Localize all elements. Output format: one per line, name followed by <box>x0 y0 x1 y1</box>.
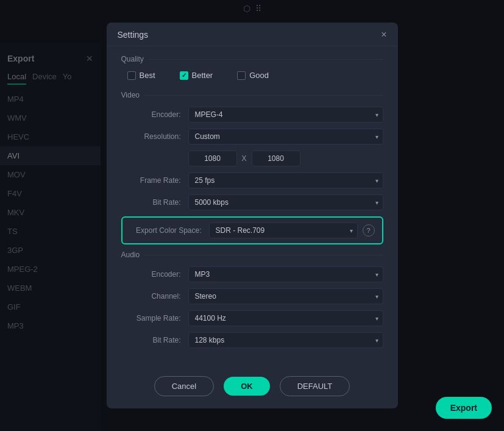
sample-rate-label: Sample Rate: <box>121 314 188 322</box>
video-bit-rate-row: Bit Rate: 1000 kbps 3000 kbps 5000 kbps … <box>121 194 383 210</box>
video-section-label: Video <box>121 91 383 99</box>
channel-select[interactable]: Stereo Mono <box>188 288 383 304</box>
export-color-space-help-icon[interactable]: ? <box>363 224 375 237</box>
quality-good-checkbox[interactable] <box>237 71 246 80</box>
audio-section: Audio Encoder: MP3 AAC WAV FLAC ▾ <box>121 251 383 348</box>
quality-best-label: Best <box>140 71 155 80</box>
quality-row: Best Better Good <box>121 71 383 80</box>
export-color-space-label: Export Color Space: <box>130 226 209 235</box>
quality-better-label: Better <box>192 71 213 80</box>
frame-rate-label: Frame Rate: <box>121 176 188 185</box>
sample-rate-wrapper: 44100 Hz 48000 Hz 22050 Hz ▾ <box>188 310 383 326</box>
channel-row: Channel: Stereo Mono ▾ <box>121 288 383 304</box>
video-bit-rate-label: Bit Rate: <box>121 198 188 207</box>
resolution-row: Resolution: Custom 1920x1080 1280x720 38… <box>121 129 383 144</box>
quality-section-label: Quality <box>121 55 383 63</box>
export-color-space-row: Export Color Space: SDR - Rec.709 HDR - … <box>121 216 383 244</box>
modal-body: Quality Best Better Good Video E <box>107 46 398 366</box>
encoder-wrapper: MPEG-4 H.264 H.265 ProRes ▾ <box>188 107 383 123</box>
sample-rate-select[interactable]: 44100 Hz 48000 Hz 22050 Hz <box>188 310 383 326</box>
export-button[interactable]: Export <box>436 397 492 419</box>
quality-good-label: Good <box>249 71 269 80</box>
resolution-select[interactable]: Custom 1920x1080 1280x720 3840x2160 <box>188 129 383 144</box>
quality-good-option[interactable]: Good <box>237 71 269 80</box>
resolution-width-input[interactable] <box>188 151 237 166</box>
channel-wrapper: Stereo Mono ▾ <box>188 288 383 304</box>
quality-better-option[interactable]: Better <box>180 71 213 80</box>
encoder-select[interactable]: MPEG-4 H.264 H.265 ProRes <box>188 107 383 123</box>
audio-bit-rate-wrapper: 128 kbps 192 kbps 256 kbps 320 kbps ▾ <box>188 332 383 348</box>
resolution-dimensions-row: X <box>121 151 383 166</box>
settings-modal: Settings × Quality Best Better Good <box>107 23 398 408</box>
audio-section-label: Audio <box>121 251 383 259</box>
encoder-row: Encoder: MPEG-4 H.264 H.265 ProRes ▾ <box>121 107 383 123</box>
audio-encoder-label: Encoder: <box>121 270 188 279</box>
audio-encoder-select[interactable]: MP3 AAC WAV FLAC <box>188 266 383 282</box>
audio-bit-rate-row: Bit Rate: 128 kbps 192 kbps 256 kbps 320… <box>121 332 383 348</box>
audio-encoder-row: Encoder: MP3 AAC WAV FLAC ▾ <box>121 266 383 282</box>
modal-title: Settings <box>118 30 149 40</box>
cancel-button[interactable]: Cancel <box>154 376 214 396</box>
video-bit-rate-wrapper: 1000 kbps 3000 kbps 5000 kbps 8000 kbps … <box>188 194 383 210</box>
quality-best-checkbox[interactable] <box>127 71 136 80</box>
channel-label: Channel: <box>121 292 188 301</box>
sample-rate-row: Sample Rate: 44100 Hz 48000 Hz 22050 Hz … <box>121 310 383 326</box>
ok-button[interactable]: OK <box>224 377 270 396</box>
default-button[interactable]: DEFAULT <box>280 376 350 396</box>
frame-rate-row: Frame Rate: 24 fps 25 fps 30 fps 60 fps … <box>121 173 383 188</box>
audio-bit-rate-label: Bit Rate: <box>121 336 188 344</box>
modal-header: Settings × <box>107 23 398 46</box>
resolution-wrapper: Custom 1920x1080 1280x720 3840x2160 ▾ <box>188 129 383 144</box>
resolution-height-input[interactable] <box>252 151 300 166</box>
encoder-label: Encoder: <box>121 110 188 119</box>
audio-bit-rate-select[interactable]: 128 kbps 192 kbps 256 kbps 320 kbps <box>188 332 383 348</box>
modal-footer: Cancel OK DEFAULT <box>107 366 398 408</box>
export-color-space-wrapper: SDR - Rec.709 HDR - Rec.2020 SDR - sRGB … <box>209 223 358 238</box>
modal-close-button[interactable]: × <box>381 30 386 40</box>
frame-rate-select[interactable]: 24 fps 25 fps 30 fps 60 fps <box>188 173 383 188</box>
export-color-space-select[interactable]: SDR - Rec.709 HDR - Rec.2020 SDR - sRGB <box>209 223 358 238</box>
resolution-dimensions: X <box>188 151 383 166</box>
modal-overlay: Settings × Quality Best Better Good <box>0 0 504 431</box>
resolution-label: Resolution: <box>121 132 188 141</box>
audio-encoder-wrapper: MP3 AAC WAV FLAC ▾ <box>188 266 383 282</box>
quality-better-checkbox[interactable] <box>180 71 188 80</box>
frame-rate-wrapper: 24 fps 25 fps 30 fps 60 fps ▾ <box>188 173 383 188</box>
resolution-x-label: X <box>242 154 247 163</box>
quality-best-option[interactable]: Best <box>127 71 155 80</box>
video-bit-rate-select[interactable]: 1000 kbps 3000 kbps 5000 kbps 8000 kbps <box>188 194 383 210</box>
